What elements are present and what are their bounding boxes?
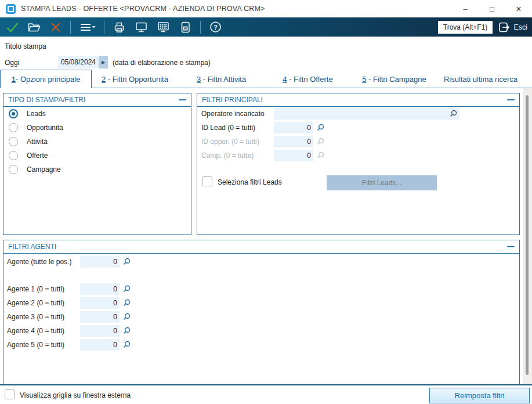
grid-monitor-icon[interactable] bbox=[156, 20, 171, 34]
radio-option-opportunita[interactable]: Opportunità bbox=[3, 121, 191, 135]
title-bar: STAMPA LEADS - OFFERTE <PROVACRM - AZIEN… bbox=[0, 0, 532, 17]
panel-filtri-agenti: FILTRI AGENTI Agente (tutte le pos.) 0 A… bbox=[3, 240, 520, 384]
print-icon[interactable] bbox=[112, 20, 126, 34]
agente3-input[interactable]: 0 bbox=[80, 311, 120, 323]
tab-label: - Filtri Attività bbox=[201, 75, 246, 84]
filtri-leads-button[interactable]: Filtri Leads... bbox=[327, 175, 437, 190]
minimize-button[interactable]: – bbox=[452, 0, 479, 17]
agente4-input[interactable]: 0 bbox=[80, 325, 120, 337]
tab-label: - Filtri Campagne bbox=[366, 75, 426, 84]
visualizza-griglia-checkbox[interactable] bbox=[5, 389, 15, 399]
menu-icon[interactable] bbox=[78, 20, 96, 34]
maximize-button[interactable]: □ bbox=[479, 0, 505, 17]
panel-filtri-principali: FILTRI PRINCIPALI Operatore incaricato I… bbox=[197, 93, 520, 235]
radio-label: Attività bbox=[27, 138, 48, 146]
tab-filtri-attivita[interactable]: 3 - Filtri Attività bbox=[178, 70, 265, 88]
radio-label: Campagne bbox=[27, 165, 61, 174]
agente5-input[interactable]: 0 bbox=[80, 339, 120, 351]
preview-monitor-icon[interactable] bbox=[134, 20, 149, 34]
search-icon[interactable] bbox=[122, 327, 131, 335]
form-header: Titolo stampa Oggi 05/08/2024 ▶ (data di… bbox=[0, 37, 532, 70]
exit-icon bbox=[498, 21, 511, 34]
agente3-value: 0 bbox=[80, 313, 120, 321]
radio-icon[interactable] bbox=[9, 151, 18, 160]
reimposta-filtri-button[interactable]: Reimposta filtri bbox=[429, 388, 530, 403]
search-icon[interactable] bbox=[449, 110, 457, 118]
tab-filtri-opportunita[interactable]: 2 - Filtri Opportunità bbox=[92, 70, 178, 88]
radio-label: Opportunità bbox=[27, 124, 63, 132]
tab-label: - Opzioni principale bbox=[16, 75, 80, 84]
camp-input: 0 bbox=[274, 150, 313, 161]
radio-icon[interactable] bbox=[9, 137, 18, 146]
operatore-input[interactable] bbox=[274, 108, 459, 120]
esci-button[interactable]: Esci bbox=[498, 21, 527, 34]
close-button[interactable]: ✕ bbox=[505, 0, 532, 17]
radio-label: Leads bbox=[27, 110, 46, 118]
camp-value: 0 bbox=[274, 152, 313, 160]
agente4-value: 0 bbox=[80, 327, 120, 335]
titolo-stampa-label: Titolo stampa bbox=[5, 42, 46, 50]
agente1-label: Agente 1 (0 = tutti) bbox=[7, 285, 64, 293]
panel-fa-title: FILTRI AGENTI bbox=[8, 243, 56, 251]
panel-fp-title: FILTRI PRINCIPALI bbox=[202, 96, 263, 104]
agente5-value: 0 bbox=[80, 341, 120, 349]
tab-label: - Filtri Offerte bbox=[287, 75, 333, 84]
search-icon[interactable] bbox=[122, 341, 131, 349]
tab-strip: 1- Opzioni principale 2 - Filtri Opportu… bbox=[0, 70, 532, 88]
word-export-icon[interactable]: w bbox=[178, 20, 193, 34]
agente5-label: Agente 5 (0 = tutti) bbox=[7, 341, 64, 349]
agente-pos-input[interactable]: 0 bbox=[80, 256, 120, 268]
agente-pos-value: 0 bbox=[80, 258, 120, 266]
date-dropdown-button[interactable]: ▶ bbox=[99, 56, 108, 68]
search-icon[interactable] bbox=[122, 299, 131, 307]
oggi-label: Oggi bbox=[5, 59, 19, 67]
id-oppor-input: 0 bbox=[274, 136, 313, 147]
help-icon[interactable]: ? bbox=[208, 20, 223, 34]
date-input[interactable]: 05/08/2024 bbox=[58, 56, 99, 68]
footer-bar: Visualizza griglia su finestra esterna R… bbox=[0, 384, 532, 404]
radio-option-attivita[interactable]: Attività bbox=[3, 135, 191, 149]
radio-selected-icon[interactable] bbox=[9, 109, 18, 118]
agente4-label: Agente 4 (0 = tutti) bbox=[7, 327, 64, 335]
id-lead-input[interactable]: 0 bbox=[274, 122, 313, 134]
open-folder-icon[interactable] bbox=[27, 20, 41, 34]
tab-filtri-campagne[interactable]: 5 - Filtri Campagne bbox=[351, 70, 437, 88]
panel-tipo-title: TIPO DI STAMPA/FILTRI bbox=[8, 96, 85, 104]
vertical-scrollbar[interactable] bbox=[523, 88, 532, 384]
tab-number: 5 bbox=[362, 75, 366, 84]
esci-label: Esci bbox=[513, 23, 527, 31]
tab-opzioni-principale[interactable]: 1- Opzioni principale bbox=[0, 70, 92, 88]
main-content: TIPO DI STAMPA/FILTRI Leads Opportunità … bbox=[0, 88, 532, 384]
collapse-panel-icon[interactable] bbox=[179, 99, 186, 100]
tab-filtri-offerte[interactable]: 4 - Filtri Offerte bbox=[265, 70, 351, 88]
radio-option-offerte[interactable]: Offerte bbox=[3, 149, 191, 163]
search-icon[interactable] bbox=[122, 258, 131, 266]
visualizza-griglia-label: Visualizza griglia su finestra esterna bbox=[20, 391, 131, 399]
panel-tipo-di-stampa: TIPO DI STAMPA/FILTRI Leads Opportunità … bbox=[3, 93, 191, 235]
agente2-label: Agente 2 (0 = tutti) bbox=[7, 299, 64, 307]
search-icon-disabled bbox=[316, 152, 324, 160]
agente1-input[interactable]: 0 bbox=[80, 283, 120, 295]
search-icon[interactable] bbox=[316, 124, 324, 132]
tab-number: 1 bbox=[12, 75, 16, 84]
radio-icon[interactable] bbox=[9, 123, 18, 132]
radio-option-leads[interactable]: Leads bbox=[3, 107, 191, 121]
radio-option-campagne[interactable]: Campagne bbox=[3, 163, 191, 176]
search-icon[interactable] bbox=[122, 285, 131, 293]
radio-icon[interactable] bbox=[9, 165, 18, 174]
search-icon[interactable] bbox=[122, 313, 131, 321]
window-title: STAMPA LEADS - OFFERTE <PROVACRM - AZIEN… bbox=[21, 5, 265, 13]
toolbar-separator bbox=[104, 21, 104, 34]
tab-number: 3 bbox=[197, 75, 201, 84]
id-oppor-label: ID oppor. (0 = tutti) bbox=[201, 138, 259, 146]
scrollbar-thumb[interactable] bbox=[526, 95, 529, 375]
cancel-x-icon[interactable] bbox=[49, 20, 63, 34]
agente2-input[interactable]: 0 bbox=[80, 297, 120, 309]
tab-risultati-ultima-ricerca[interactable]: Risultati ultima ricerca bbox=[437, 70, 524, 88]
seleziona-filtri-leads-checkbox[interactable] bbox=[202, 176, 212, 186]
trova-shortcut-badge[interactable]: Trova (Alt+F1) bbox=[438, 21, 493, 34]
collapse-panel-icon[interactable] bbox=[507, 99, 515, 100]
confirm-check-icon[interactable] bbox=[5, 20, 19, 34]
collapse-panel-icon[interactable] bbox=[507, 246, 515, 247]
id-lead-label: ID Lead (0 = tutti) bbox=[201, 124, 255, 132]
